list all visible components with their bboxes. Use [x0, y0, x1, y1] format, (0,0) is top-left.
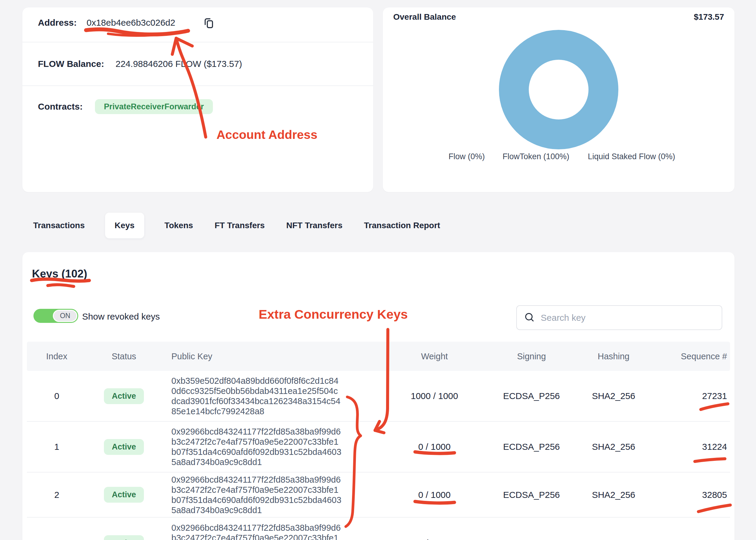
key-weight: 0 / 1000 [370, 538, 498, 540]
key-hashing: SHA2_256 [564, 538, 663, 540]
tab-transaction-report[interactable]: Transaction Report [363, 213, 441, 238]
address-label: Address: [38, 18, 77, 28]
keys-table-header: Index Status Public Key Weight Signing H… [27, 342, 730, 371]
header-public-key: Public Key [161, 351, 370, 361]
header-index: Index [27, 351, 87, 361]
show-revoked-keys-label: Show revoked keys [82, 312, 160, 322]
public-key: 0x92966bcd843241177f22fd85a38ba9f99d6b3c… [161, 523, 370, 540]
account-page: Address: 0x18eb4ee6b3c026d2 FLOW Balance… [0, 0, 756, 540]
balance-donut-chart [499, 30, 618, 149]
table-row: 0 Active 0xb359e502df804a89bdd660f0f8f6c… [27, 371, 730, 422]
divider [22, 85, 373, 86]
key-sequence: 17111 [663, 538, 730, 540]
status-badge: Active [104, 535, 144, 540]
header-weight: Weight [370, 351, 498, 361]
account-summary-card: Address: 0x18eb4ee6b3c026d2 FLOW Balance… [22, 7, 373, 192]
contract-badge[interactable]: PrivateReceiverForwarder [95, 99, 213, 114]
key-sequence: 31224 [663, 442, 730, 452]
key-weight: 0 / 1000 [370, 490, 498, 500]
contracts-label: Contracts: [38, 101, 83, 112]
legend-flow: Flow (0%) [449, 152, 485, 161]
search-key-box [516, 305, 722, 330]
balance-card-title: Overall Balance [393, 12, 456, 22]
public-key: 0xb359e502df804a89bdd660f0f8f6c2d1c840d6… [161, 376, 370, 416]
balance-total: $173.57 [694, 12, 724, 22]
legend-flowtoken: FlowToken (100%) [502, 152, 569, 161]
tab-tokens[interactable]: Tokens [163, 213, 194, 238]
account-tabs: Transactions Keys Tokens FT Transfers NF… [32, 213, 441, 238]
table-row: 1 Active 0x92966bcd843241177f22fd85a38ba… [27, 422, 730, 472]
table-row: 3 Active 0x92966bcd843241177f22fd85a38ba… [27, 518, 730, 540]
key-index: 3 [27, 538, 87, 540]
header-sequence: Sequence # [663, 351, 730, 361]
status-badge: Active [104, 439, 144, 455]
key-signing: ECDSA_P256 [498, 538, 564, 540]
key-signing: ECDSA_P256 [498, 391, 564, 401]
key-index: 0 [27, 391, 87, 401]
flow-balance-label: FLOW Balance: [38, 59, 104, 69]
address-value: 0x18eb4ee6b3c026d2 [87, 18, 175, 28]
tab-keys[interactable]: Keys [105, 213, 144, 238]
key-index: 1 [27, 442, 87, 452]
key-hashing: SHA2_256 [564, 442, 663, 452]
key-signing: ECDSA_P256 [498, 442, 564, 452]
show-revoked-keys-toggle[interactable]: ON [34, 309, 78, 323]
tab-nft-transfers[interactable]: NFT Transfers [285, 213, 344, 238]
search-icon [523, 311, 535, 324]
status-badge: Active [104, 388, 144, 404]
public-key: 0x92966bcd843241177f22fd85a38ba9f99d6b3c… [161, 427, 370, 467]
key-index: 2 [27, 490, 87, 500]
header-signing: Signing [498, 351, 564, 361]
status-badge: Active [104, 487, 144, 503]
copy-icon [202, 27, 216, 31]
header-hashing: Hashing [564, 351, 663, 361]
key-signing: ECDSA_P256 [498, 490, 564, 500]
table-row: 2 Active 0x92966bcd843241177f22fd85a38ba… [27, 472, 730, 518]
tab-ft-transfers[interactable]: FT Transfers [213, 213, 266, 238]
copy-address-button[interactable] [201, 16, 216, 31]
key-weight: 0 / 1000 [370, 442, 498, 452]
toggle-knob: ON [53, 310, 77, 322]
public-key: 0x92966bcd843241177f22fd85a38ba9f99d6b3c… [161, 474, 370, 515]
overall-balance-card: Overall Balance $173.57 Flow (0%) FlowTo… [383, 7, 734, 192]
keys-panel: Keys (102) ON Show revoked keys Index St… [22, 252, 734, 540]
flow-balance-value: 224.98846206 FLOW ($173.57) [116, 59, 242, 69]
divider [22, 42, 373, 43]
key-hashing: SHA2_256 [564, 391, 663, 401]
key-hashing: SHA2_256 [564, 490, 663, 500]
keys-count-title: Keys (102) [32, 268, 87, 280]
key-sequence: 32805 [663, 490, 730, 500]
key-weight: 1000 / 1000 [370, 391, 498, 401]
legend-liquid-staked-flow: Liquid Staked Flow (0%) [588, 152, 675, 161]
key-sequence: 27231 [663, 391, 730, 401]
search-key-input[interactable] [540, 313, 715, 323]
tab-transactions[interactable]: Transactions [32, 213, 86, 238]
header-status: Status [87, 351, 161, 361]
